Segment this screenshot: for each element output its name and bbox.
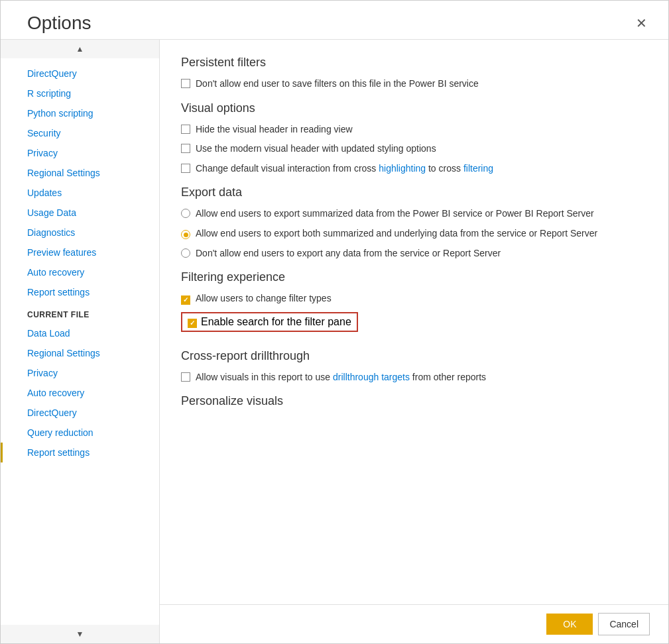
label-visual-3: Change default visual interaction from c… [196, 162, 493, 176]
checkbox-filter-1[interactable] [181, 294, 190, 305]
checkbox-visual-3[interactable] [181, 164, 190, 175]
sidebar-item-privacy[interactable]: Privacy [1, 143, 159, 163]
section-title-personalize-visuals: Personalize visuals [181, 394, 647, 408]
sidebar: ▲ DirectQuery R scripting Python scripti… [1, 40, 160, 643]
sidebar-scroll-down-button[interactable]: ▼ [1, 625, 159, 643]
option-visual-2: Use the modern visual header with update… [181, 142, 647, 156]
radio-export-2[interactable] [181, 229, 190, 240]
dialog-footer: OK Cancel [160, 604, 668, 643]
option-filter-2-highlighted: Enable search for the filter pane [181, 312, 358, 332]
option-visual-1: Hide the visual header in reading view [181, 123, 647, 136]
sidebar-item-auto-recovery-file[interactable]: Auto recovery [1, 383, 159, 403]
sidebar-item-usage-data[interactable]: Usage Data [1, 203, 159, 223]
checkbox-icon-persistent-filters-1[interactable] [181, 79, 190, 88]
option-export-1: Allow end users to export summarized dat… [181, 207, 647, 221]
checkbox-icon-filter-1[interactable] [181, 295, 190, 305]
sidebar-item-preview-features[interactable]: Preview features [1, 242, 159, 262]
dialog-body: ▲ DirectQuery R scripting Python scripti… [1, 39, 668, 643]
option-export-2: Allow end users to export both summarize… [181, 227, 647, 241]
label-export-2: Allow end users to export both summarize… [196, 227, 597, 241]
sidebar-item-security[interactable]: Security [1, 123, 159, 143]
link-filtering[interactable]: filtering [463, 163, 493, 174]
sidebar-item-report-settings-global[interactable]: Report settings [1, 282, 159, 302]
sidebar-item-directquery[interactable]: DirectQuery [1, 64, 159, 83]
section-title-persistent-filters: Persistent filters [181, 56, 647, 70]
label-filter-1: Allow users to change filter types [196, 292, 332, 305]
label-persistent-filters-1: Don't allow end user to save filters on … [196, 78, 479, 91]
sidebar-scroll-area: DirectQuery R scripting Python scripting… [1, 58, 159, 625]
sidebar-item-r-scripting[interactable]: R scripting [1, 83, 159, 103]
label-export-1: Allow end users to export summarized dat… [196, 207, 594, 221]
checkbox-visual-2[interactable] [181, 144, 190, 155]
section-title-cross-report: Cross-report drillthrough [181, 349, 647, 363]
checkbox-persistent-filters-1[interactable] [181, 79, 190, 90]
option-cross-report-1: Allow visuals in this report to use dril… [181, 371, 647, 384]
radio-icon-export-3[interactable] [181, 248, 190, 258]
label-export-3: Don't allow end users to export any data… [196, 247, 501, 260]
checkbox-visual-1[interactable] [181, 125, 190, 136]
checkbox-cross-report-1[interactable] [181, 372, 190, 384]
checkbox-icon-filter-2[interactable] [188, 319, 197, 328]
sidebar-item-query-reduction[interactable]: Query reduction [1, 423, 159, 443]
sidebar-item-regional-settings-file[interactable]: Regional Settings [1, 343, 159, 363]
sidebar-item-auto-recovery-global[interactable]: Auto recovery [1, 262, 159, 282]
close-button[interactable]: ✕ [631, 14, 652, 32]
cancel-button[interactable]: Cancel [598, 613, 650, 635]
main-content: Persistent filters Don't allow end user … [160, 40, 668, 643]
content-scroll-area: Persistent filters Don't allow end user … [160, 40, 668, 604]
sidebar-item-python-scripting[interactable]: Python scripting [1, 103, 159, 123]
sidebar-item-diagnostics[interactable]: Diagnostics [1, 223, 159, 242]
radio-export-1[interactable] [181, 209, 190, 220]
radio-icon-export-2[interactable] [181, 230, 190, 239]
sidebar-item-directquery-file[interactable]: DirectQuery [1, 403, 159, 423]
option-persistent-filters-1: Don't allow end user to save filters on … [181, 78, 647, 91]
section-title-export-data: Export data [181, 186, 647, 199]
sidebar-scroll-up-button[interactable]: ▲ [1, 40, 159, 58]
ok-button[interactable]: OK [546, 614, 593, 635]
radio-export-3[interactable] [181, 248, 190, 260]
checkbox-filter-2[interactable] [188, 316, 197, 328]
section-title-filtering-experience: Filtering experience [181, 270, 647, 284]
link-drillthrough-targets[interactable]: drillthrough targets [333, 372, 410, 382]
sidebar-item-report-settings-file[interactable]: Report settings [1, 443, 159, 462]
sidebar-item-updates[interactable]: Updates [1, 183, 159, 203]
section-title-visual-options: Visual options [181, 101, 647, 115]
checkbox-icon-visual-3[interactable] [181, 164, 190, 173]
option-filter-1: Allow users to change filter types [181, 292, 647, 305]
dialog-titlebar: Options ✕ [1, 1, 668, 39]
checkbox-icon-visual-2[interactable] [181, 144, 190, 153]
sidebar-item-data-load[interactable]: Data Load [1, 323, 159, 343]
label-visual-1: Hide the visual header in reading view [196, 123, 353, 136]
options-dialog: Options ✕ ▲ DirectQuery R scripting Pyth… [0, 0, 669, 644]
label-visual-2: Use the modern visual header with update… [196, 142, 436, 156]
option-visual-3: Change default visual interaction from c… [181, 162, 647, 176]
checkbox-icon-visual-1[interactable] [181, 125, 190, 134]
current-file-header: CURRENT FILE [1, 302, 159, 323]
radio-icon-export-1[interactable] [181, 209, 190, 218]
link-highlighting[interactable]: highlighting [379, 163, 426, 174]
dialog-title: Options [27, 13, 91, 34]
label-filter-2: Enable search for the filter pane [201, 316, 351, 328]
checkbox-icon-cross-report-1[interactable] [181, 372, 190, 382]
label-cross-report-1: Allow visuals in this report to use dril… [196, 371, 486, 384]
sidebar-item-regional-settings[interactable]: Regional Settings [1, 163, 159, 183]
option-export-3: Don't allow end users to export any data… [181, 247, 647, 260]
sidebar-item-privacy-file[interactable]: Privacy [1, 363, 159, 383]
